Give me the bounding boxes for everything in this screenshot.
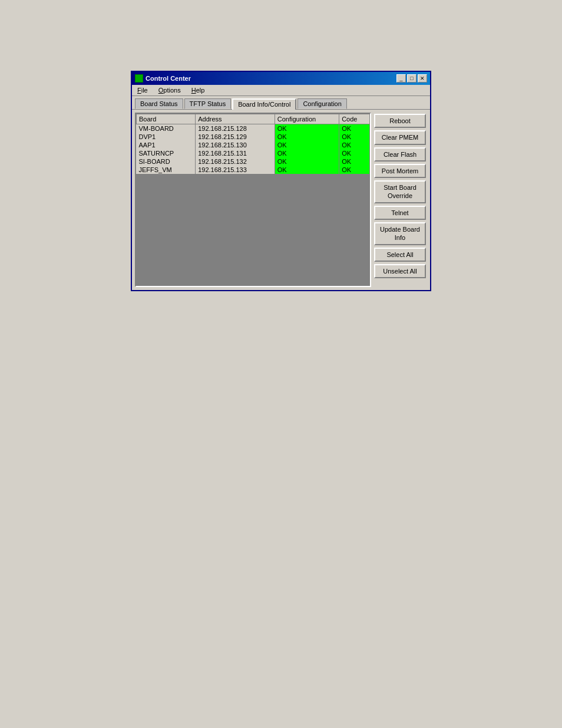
menu-help-label: H — [191, 87, 196, 94]
telnet-button[interactable]: Telnet — [374, 206, 426, 220]
table-row[interactable]: VM-BOARD 192.168.215.128 OK OK — [137, 124, 370, 133]
cell-code: OK — [339, 124, 370, 133]
menu-file[interactable]: File — [135, 86, 150, 94]
post-mortem-button[interactable]: Post Mortem — [374, 164, 426, 178]
update-board-info-button[interactable]: Update Board Info — [374, 222, 426, 245]
tab-configuration[interactable]: Configuration — [297, 98, 346, 109]
buttons-panel: Reboot Clear PMEM Clear Flash Post Morte… — [374, 113, 427, 287]
col-address: Address — [196, 114, 275, 124]
main-window: Control Center _ □ ✕ File Options Help B… — [131, 71, 431, 291]
cell-address: 192.168.215.133 — [196, 166, 275, 174]
clear-pmem-button[interactable]: Clear PMEM — [374, 130, 426, 144]
title-buttons: _ □ ✕ — [396, 74, 427, 83]
app-icon — [135, 74, 143, 83]
reboot-button[interactable]: Reboot — [374, 114, 426, 128]
menu-options[interactable]: Options — [156, 86, 183, 94]
cell-config: OK — [275, 166, 339, 174]
content-area: Board Address Configuration Code VM-BOAR… — [132, 109, 430, 290]
window-title: Control Center — [146, 75, 191, 82]
cell-config: OK — [275, 149, 339, 157]
menu-help[interactable]: Help — [189, 86, 207, 94]
cell-board: VM-BOARD — [137, 124, 196, 133]
tab-board-info-control[interactable]: Board Info/Control — [232, 98, 296, 110]
minimize-button[interactable]: _ — [396, 74, 406, 83]
cell-address: 192.168.215.128 — [196, 124, 275, 133]
table-row[interactable]: SATURNCP 192.168.215.131 OK OK — [137, 149, 370, 157]
col-board: Board — [137, 114, 196, 124]
cell-code: OK — [339, 157, 370, 166]
board-table-container: Board Address Configuration Code VM-BOAR… — [135, 113, 371, 287]
table-empty-area — [136, 174, 370, 286]
cell-board: JEFFS_VM — [137, 166, 196, 174]
cell-config: OK — [275, 133, 339, 141]
board-table: Board Address Configuration Code VM-BOAR… — [136, 114, 370, 174]
start-board-override-button[interactable]: Start Board Override — [374, 180, 426, 203]
col-code: Code — [339, 114, 370, 124]
table-row[interactable]: AAP1 192.168.215.130 OK OK — [137, 141, 370, 149]
menu-file-label: F — [137, 87, 141, 94]
maximize-button[interactable]: □ — [407, 74, 416, 83]
title-bar-left: Control Center — [135, 74, 191, 83]
table-row[interactable]: DVP1 192.168.215.129 OK OK — [137, 133, 370, 141]
table-row[interactable]: JEFFS_VM 192.168.215.133 OK OK — [137, 166, 370, 174]
cell-address: 192.168.215.131 — [196, 149, 275, 157]
table-row[interactable]: SI-BOARD 192.168.215.132 OK OK — [137, 157, 370, 166]
cell-board: SATURNCP — [137, 149, 196, 157]
cell-address: 192.168.215.132 — [196, 157, 275, 166]
tabs-bar: Board Status TFTP Status Board Info/Cont… — [132, 96, 430, 109]
tab-tftp-status[interactable]: TFTP Status — [184, 98, 232, 109]
menu-bar: File Options Help — [132, 85, 430, 96]
clear-flash-button[interactable]: Clear Flash — [374, 147, 426, 162]
cell-board: DVP1 — [137, 133, 196, 141]
col-configuration: Configuration — [275, 114, 339, 124]
cell-code: OK — [339, 141, 370, 149]
cell-config: OK — [275, 124, 339, 133]
cell-code: OK — [339, 166, 370, 174]
cell-code: OK — [339, 133, 370, 141]
cell-code: OK — [339, 149, 370, 157]
cell-board: SI-BOARD — [137, 157, 196, 166]
unselect-all-button[interactable]: Unselect All — [374, 264, 426, 278]
desktop: Control Center _ □ ✕ File Options Help B… — [0, 0, 562, 728]
tab-board-status[interactable]: Board Status — [135, 98, 183, 109]
cell-address: 192.168.215.129 — [196, 133, 275, 141]
select-all-button[interactable]: Select All — [374, 248, 426, 262]
title-bar: Control Center _ □ ✕ — [132, 72, 430, 85]
cell-address: 192.168.215.130 — [196, 141, 275, 149]
close-button[interactable]: ✕ — [418, 74, 427, 83]
cell-config: OK — [275, 141, 339, 149]
cell-board: AAP1 — [137, 141, 196, 149]
cell-config: OK — [275, 157, 339, 166]
